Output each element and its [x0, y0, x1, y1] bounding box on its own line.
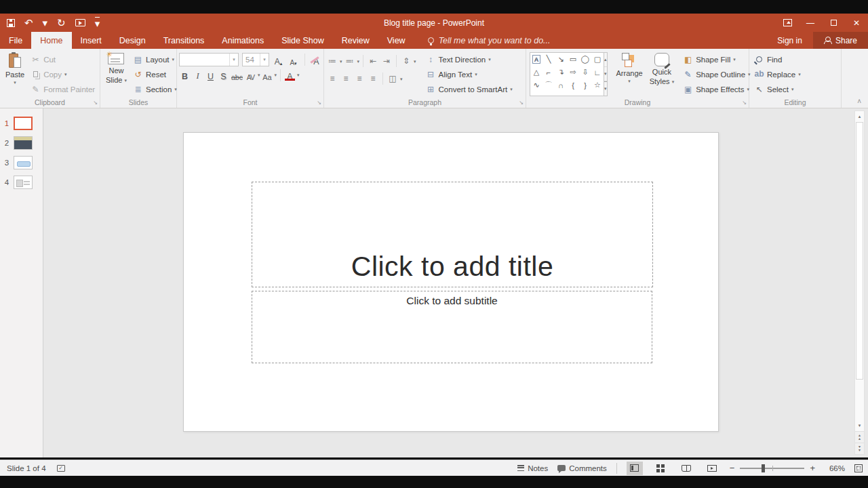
new-slide-button[interactable]: ✳ New Slide ▾: [102, 51, 130, 96]
spell-check-icon[interactable]: ✓: [57, 465, 65, 472]
text-box-shape-icon[interactable]: A: [532, 55, 540, 64]
close-button[interactable]: ✕: [845, 14, 868, 32]
redo-icon[interactable]: ↻: [57, 18, 66, 28]
increase-font-size-button[interactable]: A▴: [273, 54, 284, 66]
line-spacing-icon[interactable]: ⇕: [400, 55, 412, 68]
ribbon-display-options-button[interactable]: [776, 14, 799, 32]
layout-button[interactable]: ▤ Layout ▾: [130, 52, 180, 66]
tab-design[interactable]: Design: [111, 32, 155, 49]
slide-2-thumb[interactable]: [14, 136, 33, 150]
font-dialog-launcher-icon[interactable]: ↘: [317, 100, 321, 106]
line-arrow-shape-icon[interactable]: ↘: [555, 53, 567, 66]
gallery-scroll-down-icon[interactable]: ▾: [604, 67, 607, 81]
columns-icon[interactable]: ◫: [387, 73, 399, 85]
tab-animations[interactable]: Animations: [213, 32, 273, 49]
fit-slide-to-window-icon[interactable]: [854, 464, 863, 472]
curve-shape-icon[interactable]: ∩: [555, 79, 567, 92]
quick-styles-button[interactable]: Quick Styles ▾: [646, 51, 677, 96]
scroll-down-icon[interactable]: ▾: [855, 420, 864, 431]
tab-file[interactable]: File: [0, 32, 31, 49]
elbow-arrow-connector-shape-icon[interactable]: ↴: [555, 66, 567, 79]
slide-thumbnail-3[interactable]: 3: [0, 155, 43, 171]
copy-button[interactable]: Copy ▾: [28, 67, 98, 81]
tab-slide-show[interactable]: Slide Show: [273, 32, 333, 49]
rounded-rectangle-shape-icon[interactable]: ▢: [591, 53, 604, 66]
save-icon[interactable]: [7, 19, 15, 27]
italic-button[interactable]: I: [192, 68, 203, 81]
align-text-button[interactable]: ⊟ Align Text ▾: [423, 67, 515, 81]
change-case-button[interactable]: Aa: [261, 68, 273, 81]
right-arrow-shape-icon[interactable]: ⇨: [567, 66, 579, 79]
decrease-indent-icon[interactable]: ⇤: [367, 55, 379, 68]
slide-thumbnail-2[interactable]: 2: [0, 135, 43, 151]
section-button[interactable]: ≣ Section ▾: [130, 82, 180, 96]
replace-button[interactable]: ab Replace ▾: [751, 67, 804, 81]
next-slide-button[interactable]: ▾ ▾: [855, 443, 864, 454]
zoom-slider-thumb[interactable]: [762, 464, 765, 472]
title-placeholder[interactable]: Click to add title: [252, 182, 653, 287]
zoom-slider[interactable]: [740, 468, 804, 469]
slide-counter[interactable]: Slide 1 of 4: [7, 464, 46, 472]
select-button[interactable]: ↖ Select ▾: [751, 82, 804, 96]
line-shape-icon[interactable]: ╲: [542, 53, 555, 66]
shape-effects-button[interactable]: ▣ Shape Effects ▾: [680, 82, 753, 96]
font-name-combo[interactable]: ▾: [179, 53, 239, 66]
sign-in-link[interactable]: Sign in: [766, 32, 813, 49]
reading-view-button[interactable]: [678, 462, 694, 475]
zoom-out-button[interactable]: −: [730, 463, 735, 473]
text-shadow-button[interactable]: S: [218, 68, 229, 81]
shape-outline-button[interactable]: ✎ Shape Outline ▾: [680, 67, 753, 81]
bullets-icon[interactable]: ≔: [326, 55, 338, 68]
left-brace-shape-icon[interactable]: {: [567, 79, 579, 92]
previous-slide-button[interactable]: ▴ ▴: [855, 431, 864, 443]
slide-1-thumb[interactable]: [14, 117, 33, 130]
subtitle-placeholder[interactable]: Click to add subtitle: [252, 291, 652, 363]
font-name-dropdown-icon[interactable]: ▾: [229, 54, 238, 66]
start-from-beginning-icon[interactable]: [75, 19, 85, 26]
notes-button[interactable]: Notes: [517, 464, 548, 472]
drawing-dialog-launcher-icon[interactable]: ↘: [742, 100, 747, 106]
font-size-dropdown-icon[interactable]: ▾: [260, 54, 269, 66]
scrollbar-thumb[interactable]: [856, 122, 863, 380]
align-center-icon[interactable]: ≡: [340, 73, 352, 85]
arc-shape-icon[interactable]: ⌒: [542, 79, 555, 92]
slide-thumbnail-4[interactable]: 4: [0, 174, 43, 190]
collapse-ribbon-icon[interactable]: ˄: [857, 98, 861, 105]
slide-3-thumb[interactable]: [14, 156, 33, 169]
slide-show-view-button[interactable]: [704, 462, 720, 475]
find-button[interactable]: Find: [751, 52, 804, 66]
rectangle-shape-icon[interactable]: ▭: [567, 53, 579, 66]
undo-dropdown-caret-icon[interactable]: ▾: [43, 18, 48, 28]
paste-button[interactable]: Paste ▾: [2, 51, 28, 96]
l-shape-icon[interactable]: ∟: [591, 66, 604, 79]
text-direction-button[interactable]: ↕ Text Direction ▾: [423, 52, 515, 66]
zoom-in-button[interactable]: +: [810, 463, 815, 473]
character-spacing-button[interactable]: AV: [245, 68, 256, 81]
tab-view[interactable]: View: [378, 32, 414, 49]
increase-indent-icon[interactable]: ⇥: [380, 55, 393, 68]
undo-icon[interactable]: ↶: [24, 18, 33, 28]
tab-insert[interactable]: Insert: [72, 32, 111, 49]
decrease-font-size-button[interactable]: A▾: [288, 54, 299, 66]
align-right-icon[interactable]: ≡: [353, 73, 366, 85]
align-left-icon[interactable]: ≡: [326, 73, 338, 85]
shape-fill-button[interactable]: ◧ Shape Fill ▾: [680, 52, 753, 66]
arrange-button[interactable]: Arrange ▾: [613, 51, 646, 96]
slide-sorter-view-button[interactable]: [652, 462, 669, 475]
bold-button[interactable]: B: [179, 68, 191, 81]
scroll-up-icon[interactable]: ▴: [855, 111, 864, 122]
right-brace-shape-icon[interactable]: }: [579, 79, 591, 92]
gallery-scroll-up-icon[interactable]: ▴: [604, 53, 607, 67]
convert-to-smartart-button[interactable]: ⊞ Convert to SmartArt ▾: [423, 82, 515, 96]
font-color-button[interactable]: A: [284, 68, 296, 81]
triangle-shape-icon[interactable]: △: [530, 66, 542, 79]
reset-button[interactable]: ↺ Reset: [130, 67, 180, 81]
normal-view-button[interactable]: [627, 462, 643, 475]
strikethrough-button[interactable]: abc: [231, 68, 243, 81]
minimize-button[interactable]: —: [799, 14, 822, 32]
slide-canvas[interactable]: Click to add title Click to add subtitle: [183, 132, 719, 432]
oval-shape-icon[interactable]: ◯: [579, 53, 591, 66]
numbering-icon[interactable]: ≕: [344, 55, 356, 68]
comments-button[interactable]: Comments: [557, 464, 607, 472]
clipboard-dialog-launcher-icon[interactable]: ↘: [93, 100, 98, 106]
